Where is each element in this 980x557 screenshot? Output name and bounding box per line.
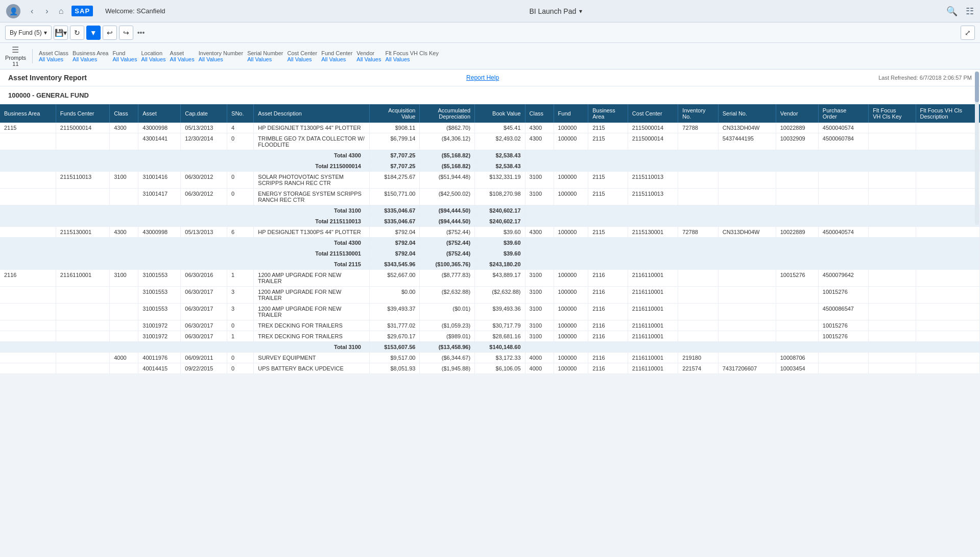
table-row: 4000 40011976 06/09/2011 0 SURVEY EQUIPM… [0, 353, 980, 363]
nav-forward-button[interactable]: › [43, 5, 50, 18]
cell-cap-date: 06/30/2017 [181, 304, 227, 320]
cell-book-value: $39.60 [475, 227, 525, 238]
scroll-indicator[interactable] [975, 72, 979, 225]
cell-purchase-order: 10015276 [818, 331, 868, 342]
cell-serial-no [718, 172, 776, 189]
cell-description: SURVEY EQUIPMENT [254, 353, 370, 363]
cell-description: SOLAR PHOTOVOTAIC SYSTEM SCRIPPS RANCH R… [254, 172, 370, 189]
cell-accum-dep: ($0.01) [420, 304, 475, 320]
col-class2: Class [525, 104, 554, 123]
cell-description: ENERGY STORAGE SYSTEM SCRIPPS RANCH REC … [254, 189, 370, 205]
cell-business-area [0, 353, 56, 363]
cell-acq-value: $0.00 [369, 287, 419, 304]
save-button[interactable]: 💾 ▾ [54, 26, 68, 40]
expand-button[interactable]: ⤢ [961, 26, 975, 40]
user-avatar[interactable]: 👤 [6, 4, 20, 18]
cell-business-area [0, 189, 56, 205]
apps-icon[interactable]: ☷ [966, 6, 974, 17]
cell-description: 1200 AMP UPGRADE FOR NEW TRAILER [254, 287, 370, 304]
undo-button[interactable]: ↩ [103, 26, 117, 40]
redo-button[interactable]: ↪ [119, 26, 133, 40]
total-label: Total 2115130001 [0, 248, 369, 259]
vendor-filter[interactable]: Vendor All Values [356, 50, 381, 62]
cell-funds-center [56, 287, 109, 304]
table-row: 2115110013 3100 31001416 06/30/2012 0 SO… [0, 172, 980, 189]
cell-cap-date: 06/09/2011 [181, 353, 227, 363]
filter-divider [32, 49, 33, 63]
cell-purchase-order: 10015276 [818, 320, 868, 331]
cell-sno: 0 [227, 353, 254, 363]
cell-flt-desc [916, 331, 979, 342]
refresh-button[interactable]: ↻ [70, 26, 84, 40]
cell-flt-key [869, 363, 916, 374]
cell-fund: 100000 [554, 270, 588, 287]
cell-business-area [0, 227, 56, 238]
filter-button[interactable]: ▼ [86, 26, 101, 40]
home-button[interactable]: ⌂ [59, 7, 64, 16]
cost-center-filter[interactable]: Cost Center All Values [287, 50, 317, 62]
serial-number-filter[interactable]: Serial Number All Values [247, 50, 283, 62]
total-empty [525, 205, 979, 216]
bi-launch-dropdown-icon[interactable]: ▾ [579, 8, 582, 15]
inventory-number-filter[interactable]: Inventory Number All Values [199, 50, 243, 62]
save-icon: 💾 [55, 29, 63, 37]
cell-asset: 31001553 [138, 287, 181, 304]
more-options-button[interactable]: ••• [135, 29, 147, 37]
by-fund-button[interactable]: By Fund (5) ▾ [5, 26, 52, 40]
col-business-area2: BusinessArea [588, 104, 628, 123]
total-acq-value: $792.04 [369, 238, 419, 248]
cell-class [110, 287, 138, 304]
cell-cost-center: 2115000014 [628, 123, 678, 133]
cell-acq-value: $29,670.17 [369, 331, 419, 342]
asset-class-label: Asset Class [39, 50, 68, 56]
flt-focus-filter[interactable]: Flt Focus VH Cls Key All Values [385, 50, 439, 62]
top-navigation: 👤 ‹ › ⌂ SAP Welcome: SCanfield BI Launch… [0, 0, 980, 22]
cell-bus-area2: 2116 [588, 320, 628, 331]
prompts-button[interactable]: ☰ Prompts 11 [5, 45, 26, 67]
cell-sno: 6 [227, 227, 254, 238]
nav-right-actions: 🔍 ☷ [946, 6, 974, 17]
cell-bus-area2: 2115 [588, 133, 628, 150]
cell-cap-date: 06/30/2017 [181, 287, 227, 304]
cell-book-value: $43,889.17 [475, 270, 525, 287]
fund-center-filter[interactable]: Fund Center All Values [321, 50, 352, 62]
bi-launch-pad-title[interactable]: BI Launch Pad [529, 7, 576, 15]
cell-class [110, 320, 138, 331]
total-acq-value: $7,707.25 [369, 150, 419, 161]
cell-asset: 31001972 [138, 320, 181, 331]
cell-flt-desc [916, 270, 979, 287]
cell-flt-key [869, 331, 916, 342]
cell-serial-no [718, 320, 776, 331]
cell-sno: 1 [227, 270, 254, 287]
col-flt-key: Flt FocusVH Cls Key [869, 104, 916, 123]
search-icon[interactable]: 🔍 [946, 6, 958, 17]
cell-funds-center [56, 304, 109, 320]
cell-class [110, 363, 138, 374]
cell-class2: 4000 [525, 353, 554, 363]
by-fund-label: By Fund (5) [10, 29, 42, 36]
total-label: Total 4300 [0, 150, 369, 161]
scroll-thumb[interactable] [975, 72, 979, 102]
cell-accum-dep: ($989.01) [420, 331, 475, 342]
business-area-filter[interactable]: Business Area All Values [73, 50, 108, 62]
cell-bus-area2: 2115 [588, 172, 628, 189]
cell-fund: 100000 [554, 123, 588, 133]
nav-back-button[interactable]: ‹ [29, 5, 35, 18]
asset-inventory-table: Business Area Funds Center Class Asset C… [0, 104, 980, 374]
cell-cap-date: 06/30/2016 [181, 270, 227, 287]
cell-acq-value: $8,051.93 [369, 363, 419, 374]
total-acq-value: $335,046.67 [369, 216, 419, 227]
fund-filter[interactable]: Fund All Values [112, 50, 137, 62]
cell-asset: 31001553 [138, 304, 181, 320]
location-filter[interactable]: Location All Values [141, 50, 165, 62]
table-row: 2115 2115000014 4300 43000998 05/13/2013… [0, 123, 980, 133]
report-help-link[interactable]: Report Help [466, 74, 499, 81]
table-row: 43001441 12/30/2014 0 TRIMBLE GEO 7X DAT… [0, 133, 980, 150]
cell-cost-center: 2116110001 [628, 331, 678, 342]
cell-cap-date: 06/30/2012 [181, 189, 227, 205]
asset-filter[interactable]: Asset All Values [170, 50, 195, 62]
cell-asset: 31001416 [138, 172, 181, 189]
cell-class2: 3100 [525, 270, 554, 287]
cell-cap-date: 06/30/2017 [181, 320, 227, 331]
asset-class-filter[interactable]: Asset Class All Values [39, 50, 68, 62]
